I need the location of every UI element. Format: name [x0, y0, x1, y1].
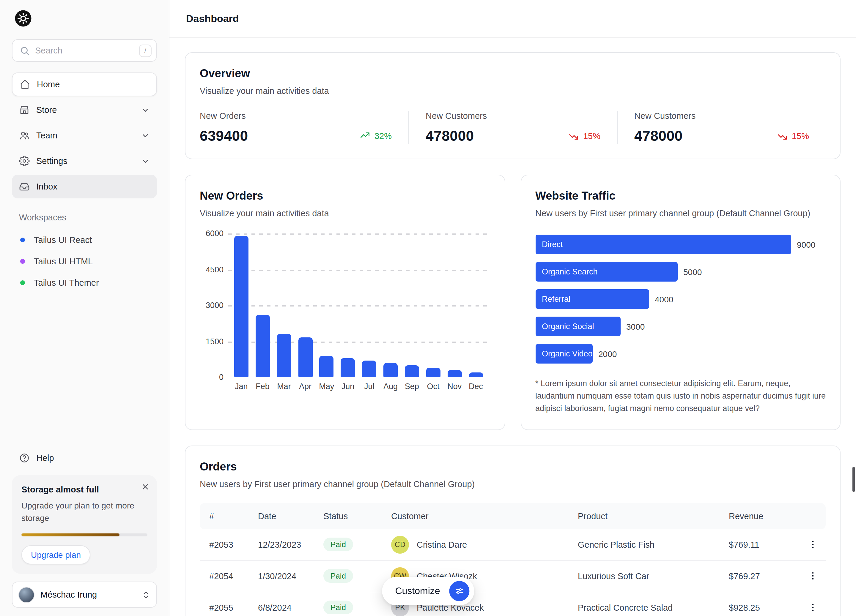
topbar: Dashboard [169, 0, 856, 38]
orders-table: #DateStatusCustomerProductRevenue #20531… [200, 503, 826, 616]
x-axis-label: Apr [294, 382, 316, 391]
chart-bar-jul[interactable] [362, 361, 376, 377]
row-menu-icon[interactable] [799, 571, 826, 581]
status-badge: Paid [323, 601, 353, 614]
traffic-bar[interactable]: Direct [535, 235, 791, 254]
chart-bar-feb[interactable] [256, 315, 270, 377]
customize-button[interactable]: Customize [382, 577, 474, 605]
customize-label: Customize [395, 586, 440, 596]
status-badge: Paid [323, 538, 353, 551]
sidebar-item-label: Settings [36, 156, 68, 166]
product-name: Generic Plastic Fish [578, 540, 729, 550]
y-axis-tick: 6000 [200, 229, 223, 238]
home-icon [20, 79, 30, 90]
y-axis-tick: 1500 [200, 337, 223, 346]
order-id: #2054 [200, 571, 258, 581]
chart-bar-dec[interactable] [469, 372, 483, 377]
chart-bar-aug[interactable] [383, 363, 398, 377]
chart-bar-mar[interactable] [277, 334, 291, 377]
chart-bar-jan[interactable] [234, 236, 248, 377]
inbox-icon [19, 181, 30, 192]
workspace-dot-icon [20, 280, 25, 285]
stat-value: 639400 [200, 128, 248, 144]
y-axis-tick: 3000 [200, 301, 223, 310]
workspace-item-tailus-ui-react[interactable]: Tailus UI React [12, 229, 157, 251]
chart-subtitle: Visualize your main activities data [200, 209, 490, 218]
search-input[interactable] [35, 46, 134, 55]
traffic-bar[interactable]: Organic Video [535, 344, 592, 364]
row-menu-icon[interactable] [799, 540, 826, 550]
workspace-item-tailus-ui-themer[interactable]: Tailus UI Themer [12, 272, 157, 293]
chart-bar-oct[interactable] [426, 368, 440, 377]
sidebar-item-home[interactable]: Home [12, 72, 157, 96]
traffic-value: 9000 [797, 240, 815, 249]
x-axis-label: Aug [380, 382, 401, 391]
search-shortcut-badge: / [139, 44, 152, 57]
workspaces-list: Tailus UI ReactTailus UI HTMLTailus UI T… [12, 229, 157, 293]
chart-bar-jun[interactable] [341, 358, 355, 377]
help-icon [19, 453, 30, 464]
x-axis-label: Oct [423, 382, 444, 391]
stat-new-customers-2: New Customers47800015% [617, 111, 826, 144]
trend-down-icon [777, 131, 788, 141]
traffic-value: 4000 [655, 294, 673, 304]
workspace-item-tailus-ui-html[interactable]: Tailus UI HTML [12, 251, 157, 272]
x-axis-label: Dec [465, 382, 487, 391]
trend-value: 15% [792, 131, 809, 141]
chart-bar-may[interactable] [320, 355, 334, 377]
content: Overview Visualize your main activities … [169, 38, 856, 616]
search-box[interactable]: / [12, 39, 157, 62]
sidebar-item-store[interactable]: Store [12, 98, 157, 122]
avatar [18, 587, 34, 603]
sidebar-item-settings[interactable]: Settings [12, 149, 157, 173]
revenue-value: $769.27 [729, 571, 799, 581]
close-icon[interactable] [141, 482, 150, 492]
horizontal-bar-chart: Direct9000Organic Search5000Referral4000… [535, 235, 826, 364]
trend-up-icon [360, 131, 370, 141]
overview-title: Overview [200, 67, 826, 80]
traffic-bar[interactable]: Organic Social [535, 316, 620, 336]
chart-bar-apr[interactable] [298, 338, 313, 377]
sidebar-item-label: Inbox [36, 182, 57, 191]
traffic-value: 2000 [598, 349, 617, 358]
workspace-dot-icon [20, 238, 25, 242]
app-logo-icon[interactable] [14, 9, 32, 27]
traffic-row-referral: Referral4000 [535, 289, 826, 309]
table-row[interactable]: #20541/30/2024PaidCWChester WisozkLuxuri… [200, 561, 826, 592]
y-axis-tick: 0 [200, 373, 223, 382]
trend-down-icon [568, 131, 579, 141]
sidebar-item-team[interactable]: Team [12, 124, 157, 147]
traffic-row-direct: Direct9000 [535, 235, 826, 254]
column-header-date: Date [258, 512, 323, 521]
order-date: 12/23/2023 [258, 540, 323, 550]
x-axis-label: Mar [273, 382, 295, 391]
sidebar-item-inbox[interactable]: Inbox [12, 175, 157, 198]
table-row[interactable]: #205312/23/2023PaidCDCristina DareGeneri… [200, 529, 826, 561]
upgrade-plan-button[interactable]: Upgrade plan [22, 545, 90, 564]
workspace-label: Tailus UI React [34, 235, 92, 245]
trend-value: 32% [374, 131, 392, 141]
x-axis-label: Feb [252, 382, 273, 391]
traffic-bar[interactable]: Organic Search [535, 262, 677, 281]
row-menu-icon[interactable] [799, 603, 826, 613]
table-row[interactable]: #20556/8/2024PaidPKPaulette KovacekPract… [200, 592, 826, 616]
new-orders-chart-card: New Orders Visualize your main activitie… [185, 175, 505, 430]
order-date: 1/30/2024 [258, 571, 323, 581]
product-name: Practical Concrete Salad [578, 603, 729, 613]
traffic-row-organic-video: Organic Video2000 [535, 344, 826, 364]
sidebar-item-help[interactable]: Help [12, 447, 157, 470]
order-date: 6/8/2024 [258, 603, 323, 613]
x-axis-label: Jul [359, 382, 380, 391]
user-menu[interactable]: Méschac Irung [12, 582, 157, 608]
traffic-row-organic-search: Organic Search5000 [535, 262, 826, 281]
scrollbar[interactable] [853, 467, 855, 492]
page-title: Dashboard [186, 13, 239, 25]
revenue-value: $928.25 [729, 603, 799, 613]
chart-bar-nov[interactable] [447, 370, 462, 377]
y-axis-tick: 4500 [200, 265, 223, 274]
chart-bar-sep[interactable] [405, 365, 419, 377]
column-header-revenue: Revenue [729, 512, 799, 521]
column-header-customer: Customer [391, 512, 578, 521]
product-name: Luxurious Soft Car [578, 571, 729, 581]
traffic-bar[interactable]: Referral [535, 289, 649, 309]
